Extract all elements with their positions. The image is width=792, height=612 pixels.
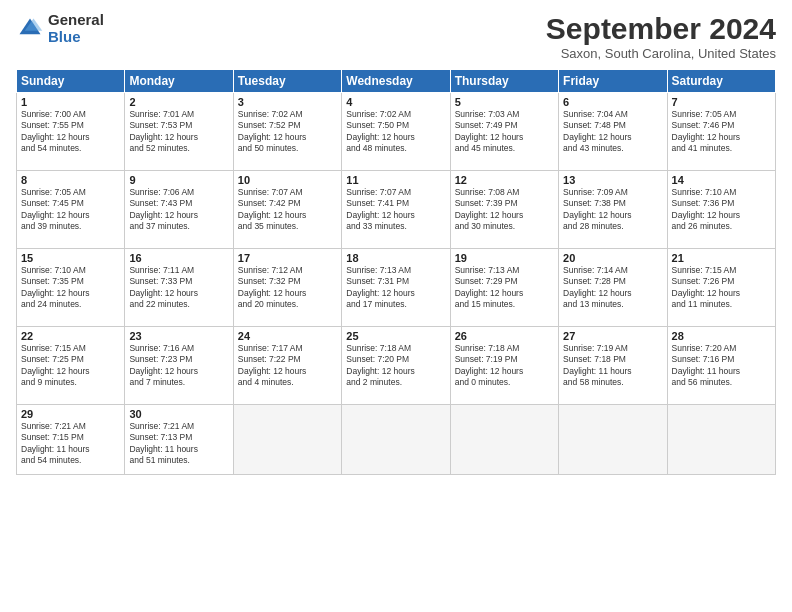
day-29: 29 Sunrise: 7:21 AMSunset: 7:15 PMDaylig…	[17, 405, 125, 475]
table-row: 1 Sunrise: 7:00 AMSunset: 7:55 PMDayligh…	[17, 93, 776, 171]
col-thursday: Thursday	[450, 70, 558, 93]
table-row: 8 Sunrise: 7:05 AMSunset: 7:45 PMDayligh…	[17, 171, 776, 249]
location: Saxon, South Carolina, United States	[546, 46, 776, 61]
logo-text: General Blue	[48, 12, 104, 45]
day-21: 21 Sunrise: 7:15 AMSunset: 7:26 PMDaylig…	[667, 249, 775, 327]
day-22: 22 Sunrise: 7:15 AMSunset: 7:25 PMDaylig…	[17, 327, 125, 405]
day-7: 7 Sunrise: 7:05 AMSunset: 7:46 PMDayligh…	[667, 93, 775, 171]
day-10: 10 Sunrise: 7:07 AMSunset: 7:42 PMDaylig…	[233, 171, 341, 249]
title-block: September 2024 Saxon, South Carolina, Un…	[546, 12, 776, 61]
day-14: 14 Sunrise: 7:10 AMSunset: 7:36 PMDaylig…	[667, 171, 775, 249]
day-15: 15 Sunrise: 7:10 AMSunset: 7:35 PMDaylig…	[17, 249, 125, 327]
logo-blue: Blue	[48, 29, 104, 46]
day-28: 28 Sunrise: 7:20 AMSunset: 7:16 PMDaylig…	[667, 327, 775, 405]
day-1: 1 Sunrise: 7:00 AMSunset: 7:55 PMDayligh…	[17, 93, 125, 171]
day-27: 27 Sunrise: 7:19 AMSunset: 7:18 PMDaylig…	[559, 327, 667, 405]
day-5: 5 Sunrise: 7:03 AMSunset: 7:49 PMDayligh…	[450, 93, 558, 171]
day-empty-2	[342, 405, 450, 475]
day-17: 17 Sunrise: 7:12 AMSunset: 7:32 PMDaylig…	[233, 249, 341, 327]
logo-general: General	[48, 12, 104, 29]
table-row: 15 Sunrise: 7:10 AMSunset: 7:35 PMDaylig…	[17, 249, 776, 327]
day-25: 25 Sunrise: 7:18 AMSunset: 7:20 PMDaylig…	[342, 327, 450, 405]
col-wednesday: Wednesday	[342, 70, 450, 93]
calendar-header-row: Sunday Monday Tuesday Wednesday Thursday…	[17, 70, 776, 93]
table-row: 29 Sunrise: 7:21 AMSunset: 7:15 PMDaylig…	[17, 405, 776, 475]
col-monday: Monday	[125, 70, 233, 93]
day-6: 6 Sunrise: 7:04 AMSunset: 7:48 PMDayligh…	[559, 93, 667, 171]
page: General Blue September 2024 Saxon, South…	[0, 0, 792, 612]
col-tuesday: Tuesday	[233, 70, 341, 93]
day-24: 24 Sunrise: 7:17 AMSunset: 7:22 PMDaylig…	[233, 327, 341, 405]
col-saturday: Saturday	[667, 70, 775, 93]
day-empty-5	[667, 405, 775, 475]
col-friday: Friday	[559, 70, 667, 93]
day-20: 20 Sunrise: 7:14 AMSunset: 7:28 PMDaylig…	[559, 249, 667, 327]
col-sunday: Sunday	[17, 70, 125, 93]
day-26: 26 Sunrise: 7:18 AMSunset: 7:19 PMDaylig…	[450, 327, 558, 405]
logo-icon	[16, 15, 44, 43]
day-19: 19 Sunrise: 7:13 AMSunset: 7:29 PMDaylig…	[450, 249, 558, 327]
day-2: 2 Sunrise: 7:01 AMSunset: 7:53 PMDayligh…	[125, 93, 233, 171]
month-title: September 2024	[546, 12, 776, 46]
logo: General Blue	[16, 12, 104, 45]
day-13: 13 Sunrise: 7:09 AMSunset: 7:38 PMDaylig…	[559, 171, 667, 249]
day-empty-3	[450, 405, 558, 475]
table-row: 22 Sunrise: 7:15 AMSunset: 7:25 PMDaylig…	[17, 327, 776, 405]
day-empty-1	[233, 405, 341, 475]
day-9: 9 Sunrise: 7:06 AMSunset: 7:43 PMDayligh…	[125, 171, 233, 249]
day-16: 16 Sunrise: 7:11 AMSunset: 7:33 PMDaylig…	[125, 249, 233, 327]
day-8: 8 Sunrise: 7:05 AMSunset: 7:45 PMDayligh…	[17, 171, 125, 249]
day-12: 12 Sunrise: 7:08 AMSunset: 7:39 PMDaylig…	[450, 171, 558, 249]
day-11: 11 Sunrise: 7:07 AMSunset: 7:41 PMDaylig…	[342, 171, 450, 249]
calendar-table: Sunday Monday Tuesday Wednesday Thursday…	[16, 69, 776, 475]
day-18: 18 Sunrise: 7:13 AMSunset: 7:31 PMDaylig…	[342, 249, 450, 327]
day-empty-4	[559, 405, 667, 475]
day-4: 4 Sunrise: 7:02 AMSunset: 7:50 PMDayligh…	[342, 93, 450, 171]
day-3: 3 Sunrise: 7:02 AMSunset: 7:52 PMDayligh…	[233, 93, 341, 171]
day-23: 23 Sunrise: 7:16 AMSunset: 7:23 PMDaylig…	[125, 327, 233, 405]
header: General Blue September 2024 Saxon, South…	[16, 12, 776, 61]
day-30: 30 Sunrise: 7:21 AMSunset: 7:13 PMDaylig…	[125, 405, 233, 475]
